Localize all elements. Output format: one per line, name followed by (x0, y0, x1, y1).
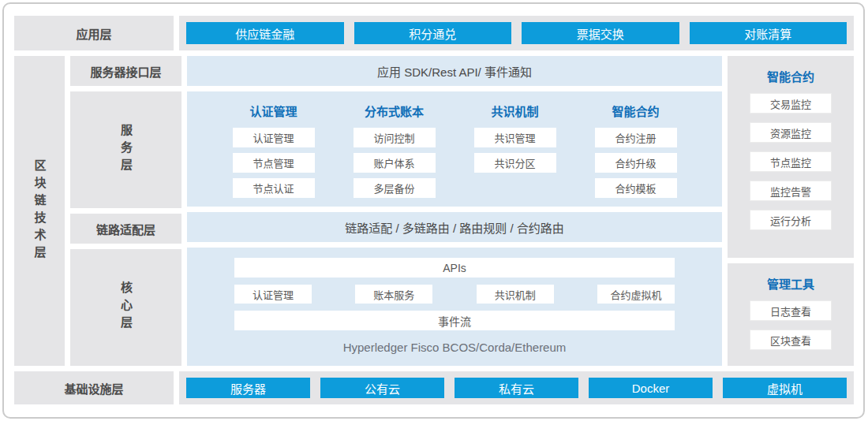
core-layer-box: APIs 认证管理 账本服务 共识机制 合约虚拟机 事件流 Hyperledge… (187, 248, 722, 366)
service-item: 账户体系 (354, 153, 436, 173)
infrastructure-layer-label: 基础设施层 (14, 371, 174, 404)
core-modules-row: 认证管理 账本服务 共识机制 合约虚拟机 (234, 285, 675, 304)
service-item: 共识分区 (474, 153, 556, 173)
core-platforms-text: Hyperledger Fisco BCOS/Corda/Ethereum (234, 341, 675, 354)
panel-item: 区块查看 (750, 330, 832, 350)
service-group-consensus: 共识机制 共识管理 共识分区 (455, 99, 574, 207)
core-event-stream-row: 事件流 (234, 311, 675, 330)
infra-block-public-cloud: 公有云 (320, 378, 444, 398)
infrastructure-layer-band: 服务器 公有云 私有云 Docker 虚拟机 (179, 371, 854, 404)
application-layer-band: 供应链金融 积分通兑 票据交换 对账清算 (179, 16, 854, 50)
infrastructure-layer-row: 基础设施层 服务器 公有云 私有云 Docker 虚拟机 (14, 371, 854, 404)
interface-layer-content: 应用 SDK/Rest API/ 事件通知 (187, 56, 722, 86)
core-module: 共识机制 (477, 285, 554, 304)
service-item: 合约模板 (595, 178, 677, 198)
panel-item: 日志查看 (750, 300, 832, 321)
architecture-diagram: 应用层 供应链金融 积分通兑 票据交换 对账清算 区块链技术层 服务器接口层 服… (0, 0, 868, 421)
service-layer-label-text: 服务层 (120, 124, 132, 176)
app-block-reconciliation: 对账清算 (690, 22, 847, 44)
management-tools-panel-title: 管理工具 (767, 275, 814, 292)
service-group-ledger: 分布式账本 访问控制 账户体系 多层备份 (335, 99, 454, 207)
service-item: 共识管理 (474, 128, 556, 147)
tech-layer-content-column: 应用 SDK/Rest API/ 事件通知 认证管理 认证管理 节点管理 节点认… (187, 56, 722, 366)
core-layer-label-text: 核心层 (120, 281, 132, 333)
app-block-bill-exchange: 票据交换 (522, 22, 679, 44)
app-block-supply-chain-finance: 供应链金融 (186, 22, 344, 44)
service-group-consensus-title: 共识机制 (491, 102, 538, 119)
service-group-smart-contract-title: 智能合约 (612, 102, 659, 119)
smart-contract-monitor-panel: 智能合约 交易监控 资源监控 节点监控 监控告警 运行分析 (728, 56, 854, 258)
service-layer-box: 认证管理 认证管理 节点管理 节点认证 分布式账本 访问控制 账户体系 多层备份… (187, 91, 722, 207)
service-group-ledger-title: 分布式账本 (365, 102, 424, 119)
blockchain-tech-layer-label: 区块链技术层 (34, 159, 46, 263)
management-tools-panel: 管理工具 日志查看 区块查看 (728, 263, 854, 366)
sublayer-label-column: 服务器接口层 服务层 链路适配层 核心层 (70, 56, 181, 366)
panel-item: 节点监控 (750, 151, 832, 172)
infra-block-server: 服务器 (186, 378, 310, 398)
core-module: 账本服务 (355, 285, 432, 304)
service-item: 合约注册 (595, 128, 677, 147)
infra-block-vm: 虚拟机 (723, 378, 847, 398)
service-item: 节点认证 (233, 178, 315, 198)
app-block-points-exchange: 积分通兑 (354, 22, 512, 44)
core-layer-label: 核心层 (70, 249, 181, 366)
blockchain-tech-layer-label-strip: 区块链技术层 (14, 56, 65, 366)
smart-contract-panel-title: 智能合约 (767, 68, 814, 84)
service-group-auth-title: 认证管理 (249, 102, 297, 119)
application-layer-row: 应用层 供应链金融 积分通兑 票据交换 对账清算 (14, 16, 854, 50)
infra-block-private-cloud: 私有云 (455, 378, 578, 398)
side-panel-column: 智能合约 交易监控 资源监控 节点监控 监控告警 运行分析 管理工具 日志查看 … (728, 56, 854, 366)
adapter-layer-content: 链路适配 / 多链路由 / 路由规则 / 合约路由 (187, 212, 722, 242)
panel-item: 运行分析 (750, 210, 832, 230)
service-item: 访问控制 (354, 128, 436, 147)
service-item: 节点管理 (233, 153, 315, 173)
service-item: 多层备份 (354, 178, 436, 198)
core-apis-row: APIs (234, 258, 675, 278)
service-layer-label: 服务层 (70, 91, 181, 208)
service-group-auth: 认证管理 认证管理 节点管理 节点认证 (214, 99, 333, 207)
blockchain-tech-layer-row: 区块链技术层 服务器接口层 服务层 链路适配层 核心层 应用 SDK/Rest … (14, 56, 854, 366)
adapter-layer-label: 链路适配层 (70, 214, 181, 244)
panel-item: 资源监控 (750, 122, 832, 143)
infra-block-docker: Docker (589, 378, 713, 398)
service-group-smart-contract: 智能合约 合约注册 合约升级 合约模板 (576, 99, 695, 207)
application-layer-label: 应用层 (14, 16, 174, 50)
diagram-canvas: 应用层 供应链金融 积分通兑 票据交换 对账清算 区块链技术层 服务器接口层 服… (14, 16, 854, 404)
interface-layer-label: 服务器接口层 (70, 56, 181, 86)
core-module: 认证管理 (234, 285, 312, 304)
panel-item: 交易监控 (750, 93, 832, 114)
panel-item: 监控告警 (750, 181, 832, 201)
core-module: 合约虚拟机 (597, 285, 675, 304)
service-item: 认证管理 (233, 128, 315, 147)
service-item: 合约升级 (595, 153, 677, 173)
